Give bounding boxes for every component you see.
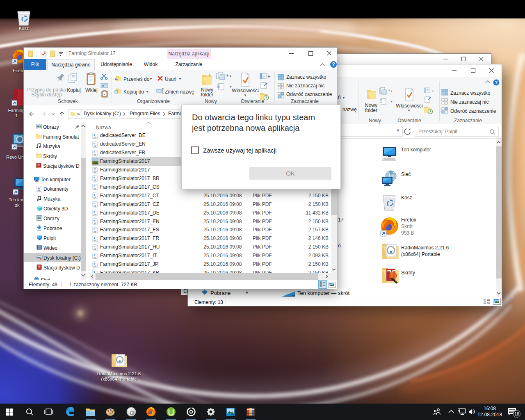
- svg-text:pdf: pdf: [94, 231, 96, 233]
- svg-text:18: 18: [514, 411, 519, 416]
- svg-text:pdf: pdf: [94, 154, 96, 156]
- svg-text:W: W: [102, 84, 105, 87]
- svg-text:pdf: pdf: [94, 214, 96, 216]
- svg-text:pdf: pdf: [94, 248, 96, 250]
- svg-text:e: e: [94, 270, 96, 273]
- svg-text:pdf: pdf: [94, 137, 96, 139]
- svg-text:?: ?: [495, 80, 498, 85]
- svg-text:pdf: pdf: [94, 145, 96, 147]
- svg-text:pdf: pdf: [94, 240, 96, 242]
- svg-text:pdf: pdf: [94, 257, 96, 259]
- svg-text:pdf: pdf: [94, 196, 96, 199]
- svg-text:pdf: pdf: [94, 205, 96, 207]
- svg-text:pdf: pdf: [94, 265, 96, 267]
- svg-text:pdf: pdf: [94, 222, 96, 224]
- svg-text:pdf: pdf: [94, 179, 96, 181]
- svg-text:?: ?: [332, 62, 335, 67]
- svg-text:pdf: pdf: [94, 188, 96, 190]
